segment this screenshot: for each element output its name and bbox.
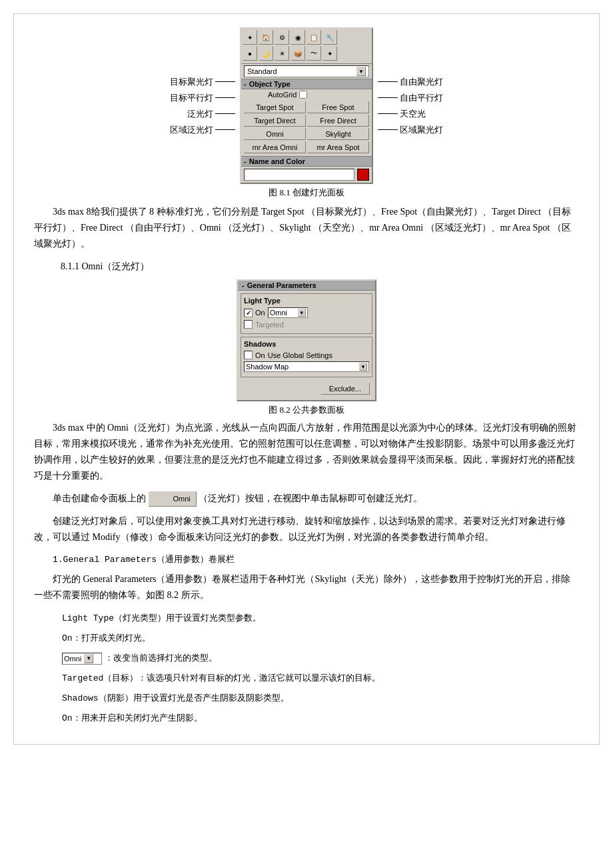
tb-icon-1[interactable]: ✦ [243, 30, 257, 45]
color-swatch[interactable] [357, 169, 369, 181]
dropdown-arrow-icon[interactable]: ▼ [356, 67, 366, 76]
arrow-line-2 [215, 97, 235, 98]
inline-item-5-text: Shadows（阴影）用于设置灯光是否产生阴影及阴影类型。 [62, 693, 289, 703]
target-direct-btn[interactable]: Target Direct [244, 115, 306, 127]
free-spot-btn[interactable]: Free Spot [307, 101, 369, 113]
gp-minus-icon: - [242, 281, 245, 289]
inline-item-1: Light Type（灯光类型）用于设置灯光类型参数。 [62, 610, 579, 626]
free-direct-btn[interactable]: Free Direct [307, 115, 369, 127]
omni-type-dropdown-inline[interactable]: Omni ▼ [62, 653, 102, 665]
left-label-1: 目标聚光灯 [170, 74, 237, 90]
shadow-map-arrow-icon[interactable]: ▼ [359, 363, 367, 371]
minus-icon: - [244, 80, 247, 88]
toolbar: ✦ 🏠 ⚙ ◉ 📋 🔧 ● 🌙 ☀ 📦 〜 ✦ [241, 29, 372, 64]
list-item-1-text: 灯光的 General Parameters（通用参数）卷展栏适用于各种灯光（S… [34, 571, 579, 603]
on-label: On [255, 309, 265, 317]
tb-icon-7[interactable]: ● [243, 46, 257, 61]
shadow-map-row: Shadow Map ▼ [244, 361, 369, 372]
omni-dropdown-arrow-icon[interactable]: ▼ [298, 309, 306, 317]
omni-dropdown[interactable]: Omni ▼ [268, 307, 308, 318]
right-label-text-1: 自由聚光灯 [400, 76, 443, 88]
shadows-title: Shadows [244, 340, 369, 348]
inline-item-1-text: Light Type（灯光类型）用于设置灯光类型参数。 [62, 613, 261, 623]
exclude-row: Exclude... [238, 380, 375, 400]
autogrid-label: AutoGrid [268, 91, 297, 99]
minus-icon-2: - [244, 157, 247, 165]
light-type-section: Light Type On Omni ▼ Targeted [241, 293, 372, 334]
standard-dropdown-value: Standard [247, 67, 277, 75]
inline-item-5: Shadows（阴影）用于设置灯光是否产生阴影及阴影类型。 [62, 690, 579, 706]
shadow-map-value: Shadow Map [246, 363, 289, 371]
targeted-checkbox[interactable] [244, 320, 253, 329]
omni-create-btn[interactable]: Omni [149, 491, 197, 507]
name-color-label: Name and Color [249, 157, 305, 165]
right-label-text-3: 天空光 [400, 108, 426, 120]
paragraph-3: 单击创建命令面板上的 Omni （泛光灯）按钮，在视图中单击鼠标即可创建泛光灯。 [34, 491, 579, 507]
right-label-1: 自由聚光灯 [376, 74, 443, 90]
left-labels: 目标聚光灯 目标平行灯 泛光灯 区域泛光灯 [170, 74, 237, 138]
left-label-text-3: 泛光灯 [187, 108, 213, 120]
gp-title-label: General Parameters [247, 281, 316, 289]
tb-icon-8[interactable]: 🌙 [259, 46, 273, 61]
toolbar-row-2: ● 🌙 ☀ 📦 〜 ✦ [243, 46, 370, 61]
tb-icon-2[interactable]: 🏠 [259, 30, 273, 45]
paragraph-2: 3ds max 中的 Omni（泛光灯）为点光源，光线从一点向四面八方放射，作用… [34, 420, 579, 483]
omni-btn[interactable]: Omni [244, 128, 306, 140]
right-label-4: 区域聚光灯 [376, 122, 443, 138]
inline-item-6: On：用来开启和关闭灯光产生阴影。 [62, 710, 579, 726]
object-type-buttons: Target Spot Free Spot Target Direct Free… [241, 100, 372, 155]
figure-8-1: 目标聚光灯 目标平行灯 泛光灯 区域泛光灯 [34, 27, 579, 199]
inline-item-4-text: Targeted（目标）：该选项只针对有目标的灯光，激活它就可以显示该灯的目标。 [62, 673, 380, 683]
target-spot-btn[interactable]: Target Spot [244, 101, 306, 113]
name-input[interactable] [244, 169, 354, 181]
inline-item-4: Targeted（目标）：该选项只针对有目标的灯光，激活它就可以显示该灯的目标。 [62, 670, 579, 686]
max-panel: ✦ 🏠 ⚙ ◉ 📋 🔧 ● 🌙 ☀ 📦 〜 ✦ [240, 27, 373, 184]
left-label-3: 泛光灯 [187, 106, 237, 122]
gp-panel: - General Parameters Light Type On Omni … [237, 279, 376, 401]
para3-text2: （泛光灯）按钮，在视图中单击鼠标即可创建泛光灯。 [199, 493, 422, 503]
standard-dropdown[interactable]: Standard ▼ [244, 65, 369, 77]
right-label-text-2: 自由平行灯 [400, 92, 443, 104]
tb-icon-5[interactable]: 📋 [306, 30, 321, 45]
figure-81-caption: 图 8.1 创建灯光面板 [269, 187, 344, 199]
inline-item-3-text: ：改变当前选择灯光的类型。 [105, 653, 217, 663]
mr-area-spot-btn[interactable]: mr Area Spot [307, 141, 369, 153]
inline-item-6-text: On：用来开启和关闭灯光产生阴影。 [62, 713, 203, 723]
tb-icon-4[interactable]: ◉ [291, 30, 305, 45]
page-container: 目标聚光灯 目标平行灯 泛光灯 区域泛光灯 [13, 13, 600, 745]
inline-item-3: Omni ▼ ：改变当前选择灯光的类型。 [62, 650, 579, 666]
autogrid-checkbox[interactable] [299, 91, 307, 99]
exclude-button[interactable]: Exclude... [320, 383, 370, 395]
mr-area-omni-btn[interactable]: mr Area Omni [244, 141, 306, 153]
skylight-btn[interactable]: Skylight [307, 128, 369, 140]
shadows-section: Shadows On Use Global Settings Shadow Ma… [241, 337, 372, 377]
left-label-text-1: 目标聚光灯 [170, 76, 213, 88]
tb-icon-9[interactable]: ☀ [275, 46, 289, 61]
shadow-map-dropdown[interactable]: Shadow Map ▼ [244, 361, 369, 372]
object-type-bar: - Object Type [241, 79, 372, 89]
panel-with-labels: 目标聚光灯 目标平行灯 泛光灯 区域泛光灯 [170, 27, 443, 184]
left-label-4: 区域泛光灯 [170, 122, 237, 138]
shadows-on-label: On [255, 351, 265, 359]
arrow-line-1 [215, 81, 235, 82]
tb-icon-3[interactable]: ⚙ [275, 30, 289, 45]
omni-type-dropdown-arrow-icon[interactable]: ▼ [84, 654, 93, 663]
toolbar-row-1: ✦ 🏠 ⚙ ◉ 📋 🔧 [243, 30, 370, 45]
tb-icon-11[interactable]: 〜 [306, 46, 321, 61]
autogrid-row: AutoGrid [241, 89, 372, 100]
tb-icon-10[interactable]: 📦 [291, 46, 305, 61]
list-item-1-title: 1.General Parameters（通用参数）卷展栏 [53, 551, 579, 567]
tb-icon-6[interactable]: 🔧 [322, 30, 337, 45]
section-object-type-label: Object Type [249, 80, 291, 88]
on-checkbox[interactable] [244, 309, 253, 317]
arrow-line-4 [215, 129, 235, 130]
tb-icon-12[interactable]: ✦ [322, 46, 337, 61]
shadows-checkbox[interactable] [244, 351, 253, 359]
list-item-1-title-text: 1.General Parameters（通用参数）卷展栏 [53, 555, 235, 565]
paragraph-1: 3ds max 8给我们提供了 8 种标准灯光，它们分别是 Target Spo… [34, 204, 579, 251]
standard-dropdown-row: Standard ▼ [241, 64, 372, 79]
omni-type-dropdown-value: Omni [64, 653, 81, 665]
targeted-row: Targeted [244, 320, 369, 329]
right-label-text-4: 区域聚光灯 [400, 124, 443, 136]
on-omni-row: On Omni ▼ [244, 307, 369, 318]
